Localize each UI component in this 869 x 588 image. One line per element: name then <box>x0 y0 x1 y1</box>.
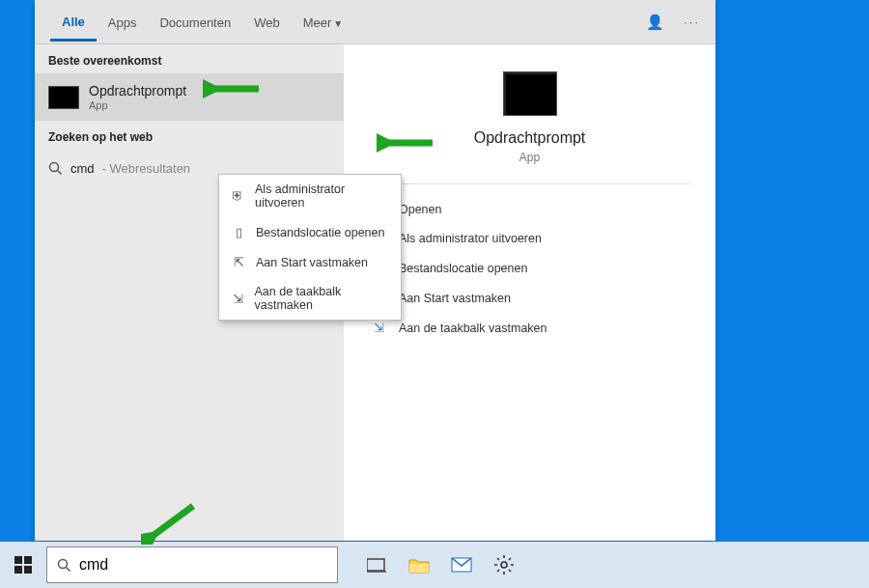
svg-line-20 <box>497 558 499 560</box>
tab-web[interactable]: Web <box>242 4 292 40</box>
folder-icon: ▯ <box>231 225 246 239</box>
pin-taskbar-icon: ⇲ <box>231 292 245 306</box>
pin-start-icon: ⇱ <box>231 255 246 269</box>
annotation-arrow <box>141 500 199 545</box>
taskbar-search-box[interactable] <box>46 546 338 583</box>
ctx-open-location[interactable]: ▯ Bestandslocatie openen <box>219 217 401 247</box>
windows-logo-icon <box>14 556 32 574</box>
ctx-run-admin[interactable]: ⛨ Als administrator uitvoeren <box>219 175 401 217</box>
search-icon <box>57 558 71 573</box>
svg-rect-6 <box>24 556 32 564</box>
search-icon <box>48 161 63 176</box>
tab-all[interactable]: Alle <box>50 3 97 42</box>
detail-subtitle: App <box>519 151 540 164</box>
svg-point-9 <box>59 559 68 568</box>
feedback-icon[interactable]: 👤 <box>646 14 664 31</box>
best-match-result[interactable]: Opdrachtprompt App <box>35 73 344 121</box>
svg-line-10 <box>67 567 70 571</box>
svg-point-0 <box>50 163 59 172</box>
svg-line-4 <box>149 506 193 539</box>
annotation-arrow <box>377 129 434 156</box>
tab-apps[interactable]: Apps <box>97 4 149 40</box>
action-pin-taskbar[interactable]: ⇲ Aan de taakbalk vastmaken <box>370 313 689 343</box>
svg-rect-11 <box>367 559 384 571</box>
action-open[interactable]: ⧉ Openen <box>370 194 689 224</box>
ctx-pin-start[interactable]: ⇱ Aan Start vastmaken <box>219 247 401 277</box>
section-best-match: Beste overeenkomst <box>35 44 344 73</box>
windows-search-panel: Alle Apps Documenten Web Meer▼ 👤 ··· Bes… <box>35 0 715 541</box>
svg-rect-7 <box>14 566 22 574</box>
cmd-large-icon <box>503 71 557 116</box>
svg-line-21 <box>509 570 511 572</box>
svg-line-22 <box>509 558 511 560</box>
annotation-arrow <box>203 75 261 102</box>
file-explorer-icon[interactable] <box>398 542 440 588</box>
context-menu: ⛨ Als administrator uitvoeren ▯ Bestands… <box>218 174 402 321</box>
settings-icon[interactable] <box>483 542 525 588</box>
cmd-icon <box>48 86 79 109</box>
svg-rect-5 <box>14 556 22 564</box>
more-options-icon[interactable]: ··· <box>684 14 700 29</box>
start-button[interactable] <box>0 542 46 588</box>
taskbar <box>0 542 869 588</box>
tab-documents[interactable]: Documenten <box>148 4 242 40</box>
task-view-icon[interactable] <box>355 542 398 588</box>
action-open-location[interactable]: ▯ Bestandslocatie openen <box>370 253 689 283</box>
svg-line-1 <box>58 171 62 175</box>
divider <box>370 183 689 184</box>
action-pin-start[interactable]: ⇱ Aan Start vastmaken <box>370 283 689 313</box>
svg-rect-13 <box>409 564 429 573</box>
mail-icon[interactable] <box>440 542 483 588</box>
pin-taskbar-icon: ⇲ <box>372 321 387 335</box>
ctx-pin-taskbar[interactable]: ⇲ Aan de taakbalk vastmaken <box>219 277 401 320</box>
chevron-down-icon: ▼ <box>333 18 343 29</box>
action-run-admin[interactable]: ⛨ Als administrator uitvoeren <box>370 224 689 253</box>
search-tabs: Alle Apps Documenten Web Meer▼ 👤 ··· <box>35 0 715 44</box>
detail-title: Opdrachtprompt <box>474 129 586 147</box>
section-search-web: Zoeken op het web <box>35 121 344 150</box>
svg-rect-8 <box>24 566 32 574</box>
taskbar-search-input[interactable] <box>79 556 327 574</box>
shield-icon: ⛨ <box>231 189 245 203</box>
best-match-subtitle: App <box>89 99 186 111</box>
best-match-title: Opdrachtprompt <box>89 83 186 98</box>
svg-point-15 <box>501 562 507 568</box>
svg-line-23 <box>497 570 499 572</box>
tab-more[interactable]: Meer▼ <box>292 4 355 40</box>
